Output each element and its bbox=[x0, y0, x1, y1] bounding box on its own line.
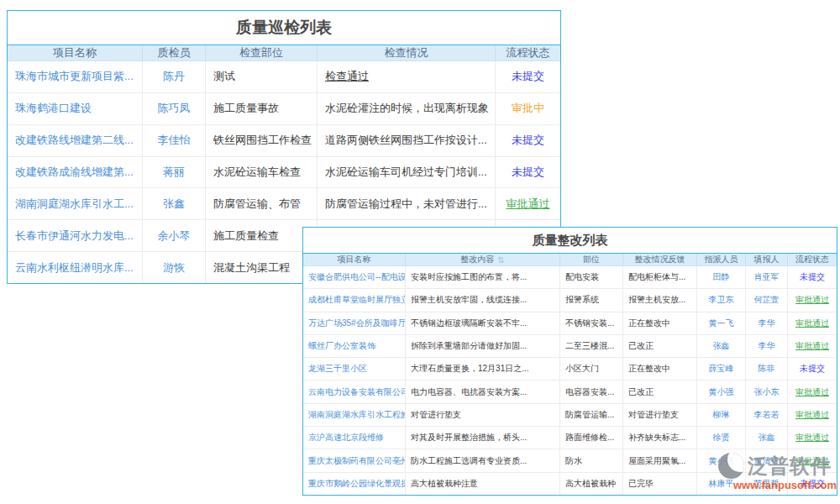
cell-project[interactable]: 珠海市城市更新项目紫... bbox=[8, 61, 143, 92]
column-header-label: 质检员 bbox=[158, 45, 191, 60]
table-row: 龙湖三千里小区大理石质量更换，12月31日之...小区大门正在整改中薛宝峰陈菲未… bbox=[303, 358, 837, 381]
column-header: 项目名称 bbox=[8, 45, 143, 60]
cell-feedback: 正在整改中 bbox=[623, 358, 697, 380]
cell-assignee[interactable]: 黄小强 bbox=[697, 381, 746, 402]
cell-assignee[interactable]: 黄一飞 bbox=[697, 312, 746, 334]
table-row: 重庆市鹅岭公园绿化景观提升...高大植被栽种注意高大植被栽种已完毕林康平范思哲未… bbox=[303, 473, 837, 495]
cell-project[interactable]: 龙湖三千里小区 bbox=[303, 358, 406, 380]
cell-inspector[interactable]: 蒋丽 bbox=[143, 157, 206, 188]
cell-status[interactable]: 审批通过 bbox=[788, 449, 837, 471]
table-row: 改建铁路成渝线增建第...蒋丽水泥砼运输车检查水泥砼运输车司机经过专门培训...… bbox=[8, 157, 560, 189]
cell-part: 配电安装 bbox=[560, 266, 623, 288]
cell-project[interactable]: 云南水利枢纽潜明水库... bbox=[8, 252, 143, 283]
cell-filler[interactable]: 董清平 bbox=[746, 449, 788, 471]
cell-status[interactable]: 未提交 bbox=[788, 473, 837, 495]
cell-project[interactable]: 螺丝厂办公室装饰 bbox=[303, 335, 406, 357]
column-header-label: 检查情况 bbox=[385, 45, 428, 60]
cell-feedback: 已改正 bbox=[623, 381, 697, 402]
cell-status[interactable]: 审批通过 bbox=[788, 427, 837, 449]
cell-situation: 防腐管运输过程中，未对管进行... bbox=[318, 188, 496, 219]
cell-filler[interactable]: 李华 bbox=[746, 335, 788, 357]
cell-filler[interactable]: 肖亚军 bbox=[746, 266, 788, 288]
cell-project[interactable]: 京沪高速北京段维修 bbox=[303, 427, 406, 449]
table-row: 螺丝厂办公室装饰拆除到承重墙部分请做好加固...二至三楼混...已改正张鑫李华审… bbox=[303, 335, 837, 358]
column-header: 质检员 bbox=[143, 45, 206, 60]
table-row: 安徽合肥供电公司--配电设备...安装时应按施工图的布置，将...配电安装配电柜… bbox=[303, 266, 837, 289]
cell-project[interactable]: 湖南洞庭湖水库引水工... bbox=[8, 188, 143, 219]
cell-project[interactable]: 云南电力设备安装有限公司20... bbox=[303, 381, 406, 402]
cell-feedback: 对管进行垫支 bbox=[623, 404, 697, 426]
cell-project[interactable]: 长春市伊通河水力发电... bbox=[8, 220, 143, 251]
cell-project[interactable]: 珠海鹤港口建设 bbox=[8, 93, 143, 124]
cell-inspector[interactable]: 陈丹 bbox=[143, 61, 206, 92]
cell-project[interactable]: 安徽合肥供电公司--配电设备... bbox=[303, 266, 406, 288]
cell-status[interactable]: 未提交 bbox=[788, 358, 837, 380]
cell-inspector[interactable]: 游恢 bbox=[143, 252, 206, 283]
cell-content: 电力电容器、电抗器安装方案... bbox=[406, 381, 560, 402]
cell-assignee[interactable]: 徐贤 bbox=[697, 427, 746, 449]
cell-status[interactable]: 审批通过 bbox=[788, 404, 837, 426]
sort-icon[interactable]: ⇅ bbox=[497, 255, 504, 265]
column-header: 检查部位 bbox=[206, 45, 318, 60]
cell-status[interactable]: 审批通过 bbox=[496, 188, 560, 219]
cell-part: 高大植被栽种 bbox=[560, 473, 623, 495]
cell-project[interactable]: 重庆市鹅岭公园绿化景观提升... bbox=[303, 473, 406, 495]
cell-status[interactable]: 未提交 bbox=[496, 61, 560, 92]
cell-filler[interactable]: 李若若 bbox=[746, 404, 788, 426]
cell-inspector[interactable]: 张鑫 bbox=[143, 188, 206, 219]
cell-filler[interactable]: 张鑫 bbox=[746, 427, 788, 449]
cell-project[interactable]: 改建铁路成渝线增建第... bbox=[8, 157, 143, 188]
column-header-label: 整改情况反馈 bbox=[635, 254, 685, 265]
cell-status[interactable]: 审批通过 bbox=[788, 289, 837, 311]
cell-assignee[interactable]: 林康平 bbox=[697, 473, 746, 495]
cell-content: 对管进行垫支 bbox=[406, 404, 560, 426]
cell-inspector[interactable]: 余小琴 bbox=[143, 220, 206, 251]
table-row: 京沪高速北京段维修对其及时开展整治措施，桥头...路面维修检...补齐缺失标志.… bbox=[303, 427, 837, 449]
table-row: 珠海市城市更新项目紫...陈丹测试检查通过未提交 bbox=[8, 61, 560, 93]
cell-filler[interactable]: 李华 bbox=[746, 312, 788, 334]
cell-status[interactable]: 未提交 bbox=[496, 125, 560, 156]
cell-assignee[interactable]: 薛宝峰 bbox=[697, 358, 746, 380]
cell-part: 电容器安装... bbox=[560, 381, 623, 402]
cell-content: 高大植被栽种注意 bbox=[406, 473, 560, 495]
cell-filler[interactable]: 陈菲 bbox=[746, 358, 788, 380]
quality-rectification-table: 质量整改列表 项目名称整改内容⇅部位整改情况反馈指派人员填报人流程状态 安徽合肥… bbox=[302, 227, 837, 496]
cell-status[interactable]: 审批中 bbox=[496, 93, 560, 124]
column-header: 项目名称 bbox=[303, 254, 406, 265]
cell-situation[interactable]: 检查通过 bbox=[318, 61, 496, 92]
cell-feedback: 补齐缺失标志... bbox=[623, 427, 697, 449]
cell-content: 防水工程施工选调有专业资质... bbox=[406, 449, 560, 471]
cell-status[interactable]: 未提交 bbox=[496, 157, 560, 188]
cell-project[interactable]: 成都杜甫草堂临时展厅独立展... bbox=[303, 289, 406, 311]
column-header: 流程状态 bbox=[496, 45, 560, 60]
cell-assignee[interactable]: 张鑫 bbox=[697, 335, 746, 357]
cell-inspector[interactable]: 李佳怡 bbox=[143, 125, 206, 156]
cell-status[interactable]: 审批通过 bbox=[788, 381, 837, 402]
cell-feedback: 已改正 bbox=[623, 335, 697, 357]
cell-status[interactable]: 审批通过 bbox=[788, 335, 837, 357]
cell-inspector[interactable]: 陈巧凤 bbox=[143, 93, 206, 124]
cell-part: 不锈钢安装... bbox=[560, 312, 623, 334]
column-header-label: 指派人员 bbox=[705, 254, 738, 265]
cell-status[interactable]: 未提交 bbox=[788, 266, 837, 288]
cell-status[interactable]: 审批通过 bbox=[788, 312, 837, 334]
column-header-label: 项目名称 bbox=[338, 254, 371, 265]
column-header-label: 部位 bbox=[583, 254, 600, 265]
cell-project[interactable]: 湖南洞庭湖水库引水工程施工标 bbox=[303, 404, 406, 426]
cell-project[interactable]: 万达广场35#会所及咖啡厅空... bbox=[303, 312, 406, 334]
cell-assignee[interactable]: 柳琳 bbox=[697, 404, 746, 426]
cell-assignee[interactable]: 田静 bbox=[697, 266, 746, 288]
cell-filler[interactable]: 何芷萱 bbox=[746, 289, 788, 311]
cell-content: 报警主机安放牢固，线缆连接... bbox=[406, 289, 560, 311]
cell-project[interactable]: 改建铁路线增建第二线... bbox=[8, 125, 143, 156]
cell-filler[interactable]: 张小东 bbox=[746, 381, 788, 402]
cell-project[interactable]: 重庆太极制药有限公司亳州中... bbox=[303, 449, 406, 471]
cell-feedback: 配电柜柜体与... bbox=[623, 266, 697, 288]
cell-assignee[interactable]: 李卫东 bbox=[697, 289, 746, 311]
column-header: 流程状态 bbox=[788, 254, 837, 265]
column-header-label: 检查部位 bbox=[239, 45, 283, 60]
cell-assignee[interactable]: 黄小强 bbox=[697, 449, 746, 471]
cell-part: 路面维修检... bbox=[560, 427, 623, 449]
cell-filler[interactable]: 范思哲 bbox=[746, 473, 788, 495]
column-header: 部位 bbox=[560, 254, 623, 265]
